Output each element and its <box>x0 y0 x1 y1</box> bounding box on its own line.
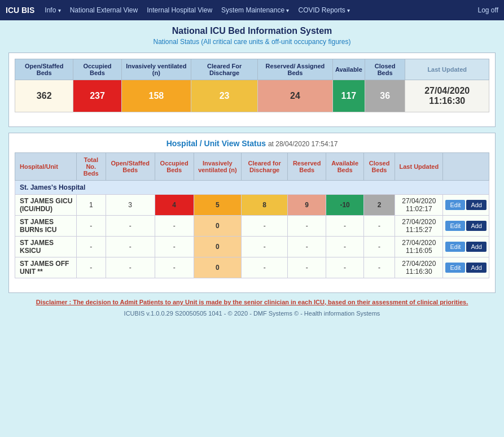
navbar: ICU BIS Info ▾ National External View In… <box>0 0 504 20</box>
th-last-updated: Last Updated <box>405 59 489 80</box>
hospital-table: Hospital/Unit Total No. Beds Open/Staffe… <box>15 152 489 278</box>
cell-available: - <box>326 257 364 278</box>
cell-unit: ST JAMES BURNs ICU <box>15 216 77 237</box>
table-row: ST JAMES KSICU---0----27/04/2020 11:16:0… <box>15 237 489 257</box>
hospital-view-timestamp: at 28/04/2020 17:54:17 <box>268 140 338 148</box>
cell-available: - <box>326 237 364 257</box>
national-summary-box: Open/Staffed Beds Occupied Beds Invasive… <box>8 53 496 127</box>
hth-unit: Hospital/Unit <box>15 153 77 181</box>
cell-cleared: - <box>242 257 288 278</box>
cell-reserved: - <box>288 257 326 278</box>
cell-invasive: 5 <box>194 195 242 216</box>
cell-open: - <box>106 257 155 278</box>
hth-open: Open/Staffed Beds <box>106 153 155 181</box>
cell-actions: EditAdd <box>443 216 489 237</box>
th-available: Available <box>332 59 365 80</box>
footer-version: ICUBIS v.1.0.0.29 S20050505 1041 - © 202… <box>8 310 496 317</box>
cell-last-updated: 27/04/2020 11:16:30 <box>395 257 443 278</box>
edit-button[interactable]: Edit <box>445 242 465 252</box>
cell-total: - <box>76 237 106 257</box>
val-reserved: 24 <box>258 80 333 112</box>
nav-covid-reports[interactable]: COVID Reports ▾ <box>298 6 350 14</box>
brand-logo: ICU BIS <box>6 6 34 15</box>
cell-reserved: 9 <box>288 195 326 216</box>
table-row: ST JAMES GICU (ICU/HDU)134589-10227/04/2… <box>15 195 489 216</box>
cell-invasive: 0 <box>194 237 242 257</box>
cell-closed: - <box>363 237 395 257</box>
page-subtitle: National Status (All critical care units… <box>8 38 496 46</box>
hth-invasive: Invasively ventilated (n) <box>194 153 242 181</box>
disclaimer-label: Disclaimer <box>36 299 68 305</box>
cell-unit: ST JAMES KSICU <box>15 237 77 257</box>
th-invasive: Invasively ventilated (n) <box>121 59 191 80</box>
cell-available: - <box>326 216 364 237</box>
cell-unit: ST JAMES OFF UNIT ** <box>15 257 77 278</box>
add-button[interactable]: Add <box>466 263 487 273</box>
nav-system-maintenance[interactable]: System Maintenance ▾ <box>221 6 289 14</box>
cell-closed: 2 <box>363 195 395 216</box>
add-button[interactable]: Add <box>466 200 487 210</box>
val-invasive: 158 <box>121 80 191 112</box>
cell-last-updated: 27/04/2020 11:16:05 <box>395 237 443 257</box>
val-last-updated: 27/04/2020 11:16:30 <box>405 80 489 112</box>
cell-available: -10 <box>326 195 364 216</box>
disclaimer-text: : The decision to Admit Patients to any … <box>69 299 468 305</box>
info-dropdown-arrow: ▾ <box>58 7 61 14</box>
edit-button[interactable]: Edit <box>445 221 465 231</box>
cell-actions: EditAdd <box>443 195 489 216</box>
nav-internal-hospital[interactable]: Internal Hospital View <box>147 6 212 14</box>
hospital-view-box: Hospital / Unit View Status at 28/04/202… <box>8 133 496 293</box>
cell-last-updated: 27/04/2020 11:02:17 <box>395 195 443 216</box>
cell-cleared: - <box>242 237 288 257</box>
hth-total: Total No. Beds <box>76 153 106 181</box>
cell-reserved: - <box>288 237 326 257</box>
cell-actions: EditAdd <box>443 237 489 257</box>
nav-info[interactable]: Info ▾ <box>45 6 60 14</box>
table-row: ST JAMES OFF UNIT **---0----27/04/2020 1… <box>15 257 489 278</box>
hospital-group-header: St. James's Hospital <box>15 181 489 195</box>
cell-open: - <box>106 237 155 257</box>
th-occupied: Occupied Beds <box>73 59 121 80</box>
th-cleared: Cleared For Discharge <box>191 59 258 80</box>
add-button[interactable]: Add <box>466 242 487 252</box>
val-occupied: 237 <box>73 80 121 112</box>
cell-closed: - <box>363 257 395 278</box>
cell-open: - <box>106 216 155 237</box>
val-open-staffed: 362 <box>15 80 73 112</box>
hth-reserved: Reserved Beds <box>288 153 326 181</box>
th-reserved: Reserved/ Assigned Beds <box>258 59 333 80</box>
cell-invasive: 0 <box>194 216 242 237</box>
cell-occupied: - <box>155 216 194 237</box>
covid-reports-dropdown-arrow: ▾ <box>347 7 350 14</box>
table-row: ST JAMES BURNs ICU---0----27/04/2020 11:… <box>15 216 489 237</box>
cell-occupied: 4 <box>155 195 194 216</box>
cell-unit: ST JAMES GICU (ICU/HDU) <box>15 195 77 216</box>
cell-actions: EditAdd <box>443 257 489 278</box>
cell-reserved: - <box>288 216 326 237</box>
hth-cleared: Cleared for Discharge <box>242 153 288 181</box>
val-available: 117 <box>332 80 365 112</box>
cell-closed: - <box>363 216 395 237</box>
hth-closed: Closed Beds <box>363 153 395 181</box>
disclaimer: Disclaimer : The decision to Admit Patie… <box>8 299 496 305</box>
edit-button[interactable]: Edit <box>445 200 465 210</box>
logout-button[interactable]: Log off <box>478 6 498 14</box>
hth-occupied: Occupied Beds <box>155 153 194 181</box>
th-open-staffed: Open/Staffed Beds <box>15 59 73 80</box>
cell-cleared: 8 <box>242 195 288 216</box>
system-maintenance-dropdown-arrow: ▾ <box>286 7 289 14</box>
cell-total: 1 <box>76 195 106 216</box>
page-title: National ICU Bed Information System <box>8 26 496 36</box>
cell-last-updated: 27/04/2020 11:15:27 <box>395 216 443 237</box>
hth-last-updated: Last Updated <box>395 153 443 181</box>
edit-button[interactable]: Edit <box>445 263 465 273</box>
nav-national-external[interactable]: National External View <box>70 6 138 14</box>
cell-occupied: - <box>155 237 194 257</box>
hospital-view-title: Hospital / Unit View Status at 28/04/202… <box>15 139 489 148</box>
cell-cleared: - <box>242 216 288 237</box>
cell-total: - <box>76 216 106 237</box>
val-closed: 36 <box>365 80 405 112</box>
add-button[interactable]: Add <box>466 221 487 231</box>
th-closed: Closed Beds <box>365 59 405 80</box>
hth-available: Available Beds <box>326 153 364 181</box>
